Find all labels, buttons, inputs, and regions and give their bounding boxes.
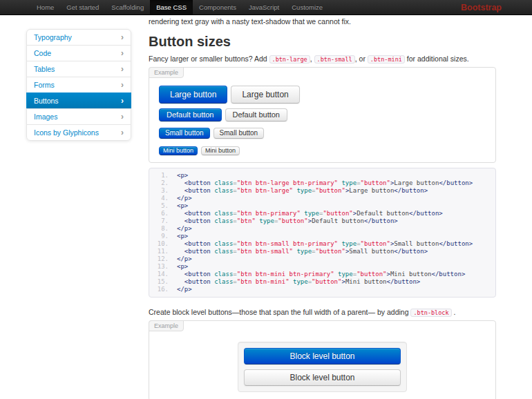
nav-item-get-started[interactable]: Get started [60, 0, 105, 14]
code-block-sizes: <p> <button class="btn btn-large btn-pri… [149, 168, 496, 298]
example-box-block: Example Block level buttonBlock level bu… [149, 320, 496, 399]
nav-item-javascript[interactable]: JavaScript [243, 0, 285, 14]
inline-code-btn-small: .btn-small [314, 55, 355, 64]
block-level-button-default[interactable]: Block level button [244, 369, 401, 386]
mini-primary-button[interactable]: Mini button [159, 146, 198, 155]
text: . [452, 308, 456, 316]
example-label: Example [149, 67, 184, 78]
text: , or [355, 55, 368, 63]
code-line: <button class="btn btn-mini btn-primary"… [149, 271, 495, 278]
previous-section-text: rendering text gray with a nasty text-sh… [149, 17, 496, 26]
main-content: rendering text gray with a nasty text-sh… [149, 15, 496, 399]
mini-button-row: Mini buttonMini button [159, 143, 486, 155]
example-box-sizes: Example Large buttonLarge buttonDefault … [149, 67, 496, 163]
navbar: HomeGet startedScaffoldingBase CSSCompon… [0, 0, 532, 15]
code-line: <button class="btn btn-mini" type="butto… [149, 278, 495, 286]
code-line: <button class="btn" type="button">Defaul… [149, 217, 495, 225]
code-line: <button class="btn btn-primary" type="bu… [149, 210, 495, 217]
code-line: </p> [149, 255, 495, 263]
default-primary-button[interactable]: Default button [159, 108, 222, 121]
text: , [310, 55, 314, 63]
code-line: <button class="btn btn-small btn-primary… [149, 240, 495, 248]
sizes-paragraph: Fancy larger or smaller buttons? Add .bt… [149, 54, 496, 64]
mini-default-button[interactable]: Mini button [201, 146, 240, 155]
page-title: Button sizes [149, 33, 496, 50]
chevron-right-icon: › [121, 113, 124, 121]
block-level-button-primary[interactable]: Block level button [244, 348, 401, 364]
text: for additional sizes. [405, 55, 469, 63]
sidebar-item-label: Tables [34, 65, 55, 73]
chevron-right-icon: › [121, 128, 124, 137]
chevron-right-icon: › [121, 33, 124, 41]
sidebar-item-icons-by-glyphicons[interactable]: Icons by Glyphicons› [26, 124, 131, 141]
large-button-row: Large buttonLarge button [159, 86, 486, 104]
navbar-brand[interactable]: Bootstrap [461, 3, 502, 12]
nav-item-scaffolding[interactable]: Scaffolding [105, 0, 150, 14]
chevron-right-icon: › [121, 81, 124, 89]
large-default-button[interactable]: Large button [231, 86, 299, 104]
code-line: <button class="btn btn-small" type="butt… [149, 248, 495, 255]
code-line: <p> [149, 172, 495, 179]
code-lines-1: <p> <button class="btn btn-large btn-pri… [149, 172, 495, 293]
chevron-right-icon: › [121, 49, 124, 57]
small-default-button[interactable]: Small button [213, 128, 265, 139]
code-line: <p> [149, 233, 495, 240]
navbar-menu: HomeGet startedScaffoldingBase CSSCompon… [30, 0, 329, 14]
chevron-right-icon: › [121, 65, 124, 73]
text: Create block level buttons—those that sp… [149, 308, 410, 316]
sidebar-item-typography[interactable]: Typography› [26, 29, 131, 46]
sidebar-item-images[interactable]: Images› [26, 108, 131, 125]
nav-item-customize[interactable]: Customize [285, 0, 329, 14]
block-buttons-well: Block level buttonBlock level button [238, 342, 407, 392]
button-rows: Large buttonLarge buttonDefault buttonDe… [159, 86, 486, 155]
inline-code-btn-mini: .btn-mini [368, 55, 405, 64]
sidebar-item-code[interactable]: Code› [26, 45, 131, 61]
sidebar: Typography›Code›Tables›Forms›Buttons›Ima… [26, 29, 131, 141]
code-line: </p> [149, 286, 495, 293]
code-line: <p> [149, 202, 495, 210]
sidebar-item-tables[interactable]: Tables› [26, 61, 131, 77]
sidebar-item-label: Code [34, 49, 51, 57]
inline-code-btn-block: .btn-block [410, 309, 451, 317]
chevron-right-icon: › [121, 97, 124, 105]
code-line: <button class="btn btn-large" type="butt… [149, 187, 495, 195]
nav-item-base-css[interactable]: Base CSS [150, 0, 193, 14]
default-default-button[interactable]: Default button [225, 108, 288, 121]
code-line: <p> [149, 263, 495, 271]
sidebar-item-label: Typography [34, 33, 72, 41]
nav-item-components[interactable]: Components [193, 0, 243, 14]
block-paragraph: Create block level buttons—those that sp… [149, 307, 496, 318]
nav-item-home[interactable]: Home [30, 0, 60, 14]
code-line: </p> [149, 225, 495, 233]
text: Fancy larger or smaller buttons? Add [149, 55, 269, 63]
small-button-row: Small buttonSmall button [159, 126, 486, 139]
sidebar-item-buttons[interactable]: Buttons› [26, 93, 131, 109]
large-primary-button[interactable]: Large button [159, 86, 227, 104]
example-label: Example [149, 320, 184, 331]
code-line: <button class="btn btn-large btn-primary… [149, 179, 495, 187]
code-line: </p> [149, 195, 495, 202]
sidebar-item-label: Buttons [34, 97, 59, 105]
sidebar-item-label: Icons by Glyphicons [34, 128, 99, 137]
sidebar-item-label: Images [34, 113, 57, 121]
sidebar-item-label: Forms [34, 81, 55, 89]
small-primary-button[interactable]: Small button [159, 128, 210, 139]
sidebar-item-forms[interactable]: Forms› [26, 77, 131, 93]
default-button-row: Default buttonDefault button [159, 108, 486, 121]
inline-code-btn-large: .btn-large [269, 55, 310, 64]
